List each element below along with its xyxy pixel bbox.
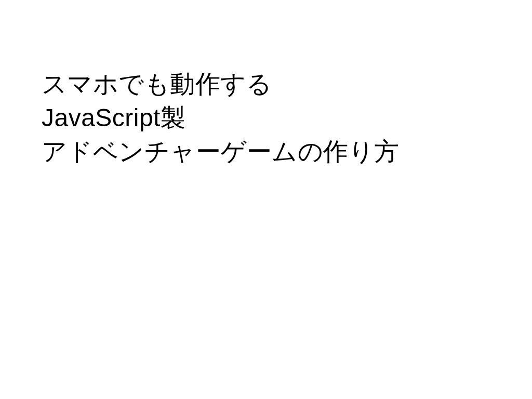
title-line-3: アドベンチャーゲームの作り方 bbox=[42, 135, 490, 169]
title-line-1: スマホでも動作する bbox=[42, 68, 490, 101]
title-line-2: JavaScript製 bbox=[42, 101, 490, 135]
slide-container: スマホでも動作する JavaScript製 アドベンチャーゲームの作り方 bbox=[0, 0, 532, 399]
slide-title: スマホでも動作する JavaScript製 アドベンチャーゲームの作り方 bbox=[42, 68, 490, 168]
